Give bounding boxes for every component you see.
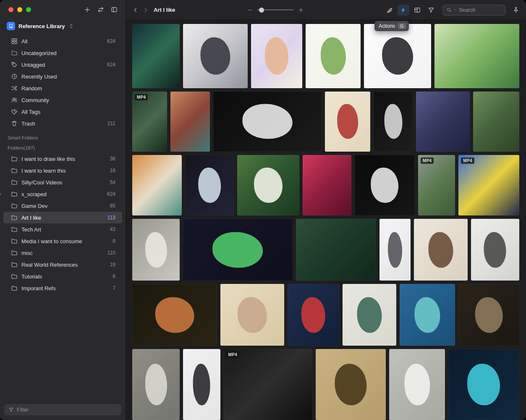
- image-tile-pixel-platformer-game[interactable]: [448, 349, 519, 420]
- actions-button[interactable]: [398, 5, 409, 16]
- image-tile-group-portrait-illustration[interactable]: [343, 284, 396, 346]
- image-tile-halftone-card-photo[interactable]: [132, 219, 180, 281]
- image-tile-cardboard-box-photo[interactable]: [458, 284, 519, 346]
- folder-item-misc[interactable]: misc110: [3, 247, 122, 259]
- image-tile-masked-green-figure[interactable]: [473, 92, 519, 152]
- back-button[interactable]: [131, 5, 140, 15]
- sidebar-item-uncategorized[interactable]: Uncategorized: [3, 47, 122, 59]
- image-tile-kitchen-scene-illustration[interactable]: [132, 155, 182, 216]
- close-window-button[interactable]: [8, 7, 13, 12]
- folder-item-game-dev[interactable]: Game Dev65: [3, 200, 122, 212]
- sidebar-item-trash[interactable]: Trash211: [3, 118, 122, 129]
- chevron-updown-icon: [68, 24, 74, 29]
- image-tile-bunny-girl-figure[interactable]: [183, 349, 220, 420]
- grid-row: MP4MP4: [132, 155, 519, 216]
- feather-button[interactable]: [384, 5, 395, 16]
- folder-label: Imporant Refs: [21, 285, 109, 291]
- artwork-subject: [484, 232, 506, 268]
- image-tile-city-park-video[interactable]: MP4: [132, 92, 167, 152]
- artwork-subject: [382, 37, 413, 75]
- folder-item-x-scraped[interactable]: x_scraped624: [3, 188, 122, 200]
- folder-item-real-world-references[interactable]: Real World References19: [3, 259, 122, 270]
- folder-item-imporant-refs[interactable]: Imporant Refs7: [3, 282, 122, 294]
- search-box[interactable]: [442, 5, 505, 16]
- shuffle-icon: [11, 85, 18, 92]
- zoom-out-icon[interactable]: [247, 7, 253, 13]
- image-tile-tree-climber-watercolor[interactable]: [434, 24, 519, 88]
- sidebar-item-all[interactable]: All624: [3, 35, 122, 47]
- image-tile-balcony-photo[interactable]: [389, 349, 445, 420]
- sidebar-item-recently-used[interactable]: Recently Used: [3, 71, 122, 82]
- zoom-in-icon[interactable]: [298, 7, 304, 13]
- image-tile-cathedral-video[interactable]: MP4: [224, 349, 312, 420]
- image-tile-moon-spirit-illustration[interactable]: [416, 92, 470, 152]
- folder-item-tech-art[interactable]: Tech Art43: [3, 223, 122, 235]
- image-tile-space-dinner-comic[interactable]: [183, 24, 248, 88]
- filter-button[interactable]: [425, 5, 437, 16]
- image-tile-sitting-woman-illustration[interactable]: [414, 219, 468, 281]
- image-tile-forest-bird-painting[interactable]: [237, 155, 299, 216]
- folder-item-art-i-like[interactable]: Art I like113: [3, 212, 122, 223]
- image-tile-pinup-on-chair[interactable]: [325, 92, 370, 152]
- image-tile-crimson-figure-art[interactable]: [303, 155, 351, 216]
- folder-label: Media I want to consume: [21, 238, 109, 244]
- transfer-arrows-icon: [97, 6, 104, 13]
- image-tile-dancing-figures-sketch[interactable]: [251, 24, 302, 88]
- image-tile-anime-girls-poster[interactable]: [170, 92, 209, 152]
- sidebar-item-label: Trash: [21, 121, 104, 127]
- zoom-slider[interactable]: [257, 9, 294, 10]
- sidebar-item-random[interactable]: Random: [3, 82, 122, 94]
- library-icon: [7, 22, 15, 30]
- image-tile-pixel-dungeon-game[interactable]: [183, 219, 293, 281]
- image-tile-overgrown-wall-video[interactable]: MP4: [418, 155, 455, 216]
- image-tile-celery-stalk-illustration[interactable]: [306, 24, 361, 88]
- folder-item-silly-cool-videos[interactable]: Silly/Cool Videos54: [3, 176, 122, 188]
- sidebar-nav: All624UncategorizedUntagged624Recently U…: [0, 34, 126, 130]
- image-tile-dark-blue-figure-art[interactable]: [288, 284, 339, 346]
- folder-item-tutorials[interactable]: Tutorials6: [3, 270, 122, 282]
- pin-button[interactable]: [510, 5, 522, 16]
- sidebar-item-untagged[interactable]: Untagged624: [3, 59, 122, 71]
- import-button[interactable]: [95, 5, 106, 15]
- artwork-subject: [335, 364, 367, 405]
- add-button[interactable]: [82, 5, 93, 15]
- library-switcher[interactable]: Reference Library: [0, 19, 126, 34]
- zoom-slider-knob[interactable]: [259, 8, 264, 13]
- folder-icon: [11, 155, 18, 162]
- page-title: Art I like: [154, 7, 175, 13]
- sidebar-item-all-tags[interactable]: All Tags: [3, 106, 122, 118]
- folder-item-media-i-want-to-consume[interactable]: Media I want to consume9: [3, 235, 122, 247]
- folder-item-i-want-to-draw-like-this[interactable]: I want to draw like this38: [3, 153, 122, 165]
- forward-button[interactable]: [141, 5, 150, 15]
- image-tile-pixel-stage-artwork[interactable]: [213, 92, 322, 152]
- grid-row: MP4: [132, 92, 519, 152]
- search-input[interactable]: [459, 7, 502, 13]
- filter-input[interactable]: [17, 407, 117, 413]
- sidebar-item-community[interactable]: Community: [3, 94, 122, 106]
- image-tile-figure-sketches[interactable]: [379, 219, 411, 281]
- image-tile-black-goblet-art[interactable]: [355, 155, 415, 216]
- sidebar-filter[interactable]: [4, 404, 121, 415]
- artwork-subject: [404, 364, 430, 405]
- image-tile-fish-school-drawing[interactable]: [132, 349, 180, 420]
- disclosure-chevron-icon[interactable]: [0, 192, 3, 197]
- plus-icon: [84, 6, 91, 13]
- image-tile-dark-forest-painting[interactable]: [296, 219, 377, 281]
- toggle-sidebar-button[interactable]: [109, 5, 120, 15]
- image-tile-figure-in-black-sketch[interactable]: [364, 24, 431, 88]
- image-tile-underwater-creature-art[interactable]: [400, 284, 455, 346]
- image-tile-seated-nude-etching[interactable]: [316, 349, 386, 420]
- image-tile-village-ink-sketch[interactable]: [471, 219, 519, 281]
- image-tile-nude-figure-painting[interactable]: [220, 284, 284, 346]
- image-tile-goblet-tarot-card[interactable]: [185, 155, 234, 216]
- image-tile-lily-pond-painting[interactable]: [132, 24, 180, 88]
- layout-button[interactable]: [411, 5, 423, 16]
- image-tile-pixel-maze-artwork[interactable]: [374, 92, 413, 152]
- folder-item-i-want-to-learn-this[interactable]: I want to learn this16: [3, 165, 122, 176]
- artwork-subject: [337, 104, 358, 139]
- image-tile-anime-collage-video[interactable]: MP4: [458, 155, 519, 216]
- image-tile-pumpkin-dance-painting[interactable]: [132, 284, 217, 346]
- zoom-window-button[interactable]: [26, 7, 31, 12]
- minimize-window-button[interactable]: [17, 7, 22, 12]
- grid-row: MP4: [132, 349, 519, 420]
